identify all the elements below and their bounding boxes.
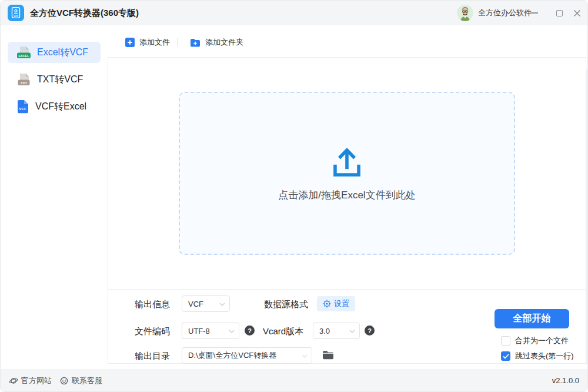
start-all-button[interactable]: 全部开始 bbox=[495, 309, 569, 328]
planet-icon bbox=[9, 376, 18, 386]
output-dir-label: 输出目录 bbox=[135, 351, 170, 362]
sidebar-item-excel-to-vcf[interactable]: EXCEL Excel转VCF bbox=[8, 42, 101, 63]
maximize-icon bbox=[556, 10, 563, 16]
upload-icon bbox=[330, 145, 363, 179]
vcard-version-select[interactable]: 3.0 bbox=[313, 323, 360, 339]
maximize-button[interactable] bbox=[551, 5, 567, 21]
svg-text:VCF: VCF bbox=[19, 107, 26, 111]
folder-icon bbox=[322, 350, 334, 360]
encoding-help-icon[interactable]: ? bbox=[245, 325, 255, 335]
settings-button-label: 设置 bbox=[334, 298, 349, 309]
skip-header-checkbox[interactable]: 跳过表头(第一行) bbox=[501, 351, 574, 361]
drop-zone-hint: 点击添加/拖拽Excel文件到此处 bbox=[278, 188, 415, 202]
close-icon bbox=[573, 9, 581, 17]
minimize-button[interactable] bbox=[526, 5, 542, 21]
official-website-link[interactable]: 官方网站 bbox=[9, 369, 52, 392]
sidebar-item-label: Excel转VCF bbox=[37, 46, 88, 59]
vcard-help-icon[interactable]: ? bbox=[365, 325, 375, 335]
add-file-icon bbox=[125, 38, 135, 47]
toolbar-divider bbox=[177, 38, 178, 46]
excel-file-icon: EXCEL bbox=[16, 46, 31, 59]
add-file-label: 添加文件 bbox=[139, 37, 170, 48]
encoding-label: 文件编码 bbox=[135, 326, 170, 337]
output-info-value: VCF bbox=[188, 300, 203, 308]
sidebar-item-label: TXT转VCF bbox=[37, 74, 83, 86]
user-avatar[interactable] bbox=[457, 5, 473, 21]
svg-text:VCF: VCF bbox=[14, 15, 19, 18]
encoding-value: UTF-8 bbox=[188, 327, 210, 335]
output-info-label: 输出信息 bbox=[135, 299, 170, 310]
sidebar-item-txt-to-vcf[interactable]: TXT TXT转VCF bbox=[8, 69, 101, 90]
account-name: 全方位办公软件 bbox=[478, 1, 532, 25]
chevron-down-icon bbox=[229, 330, 235, 333]
chevron-down-icon bbox=[349, 330, 355, 333]
checkbox-unchecked-icon bbox=[501, 336, 510, 346]
version-text: v2.1.0.0 bbox=[552, 369, 579, 392]
file-drop-zone[interactable]: 点击添加/拖拽Excel文件到此处 bbox=[179, 92, 515, 255]
contact-support-link[interactable]: 联系客服 bbox=[59, 369, 102, 392]
vcard-version-label: Vcard版本 bbox=[263, 326, 303, 337]
sidebar: EXCEL Excel转VCF TXT TXT转VCF VCF VCF转Exce… bbox=[1, 25, 108, 369]
svg-text:EXCEL: EXCEL bbox=[19, 54, 30, 57]
vcf-file-icon: VCF bbox=[16, 99, 29, 114]
vcard-version-value: 3.0 bbox=[319, 327, 330, 335]
sidebar-item-label: VCF转Excel bbox=[35, 101, 86, 113]
contact-support-label: 联系客服 bbox=[72, 376, 102, 386]
add-file-button[interactable]: 添加文件 bbox=[125, 34, 170, 51]
add-folder-icon bbox=[190, 38, 201, 47]
app-window: VCF 全方位VCF转换器(360专版) 全方位办公软件 bbox=[0, 0, 588, 392]
encoding-select[interactable]: UTF-8 bbox=[182, 323, 239, 339]
chevron-down-icon bbox=[219, 303, 225, 306]
footer-bar: 官方网站 联系客服 v2.1.0.0 bbox=[1, 369, 588, 392]
add-folder-label: 添加文件夹 bbox=[205, 37, 243, 48]
txt-file-icon: TXT bbox=[16, 73, 31, 87]
scrollbar-track bbox=[586, 69, 588, 364]
svg-text:TXT: TXT bbox=[21, 81, 27, 84]
settings-divider bbox=[108, 289, 586, 290]
browse-folder-button[interactable] bbox=[322, 350, 334, 360]
app-logo-icon: VCF bbox=[8, 5, 24, 21]
chevron-down-icon bbox=[302, 354, 308, 358]
minimize-icon bbox=[530, 12, 538, 14]
sidebar-item-vcf-to-excel[interactable]: VCF VCF转Excel bbox=[8, 96, 101, 117]
add-folder-button[interactable]: 添加文件夹 bbox=[190, 34, 243, 51]
skip-header-label: 跳过表头(第一行) bbox=[515, 351, 574, 361]
gear-icon bbox=[323, 300, 331, 308]
merge-files-label: 合并为一个文件 bbox=[515, 335, 569, 346]
window-title: 全方位VCF转换器(360专版) bbox=[30, 1, 139, 25]
merge-files-checkbox[interactable]: 合并为一个文件 bbox=[501, 335, 569, 346]
smiley-service-icon bbox=[59, 376, 69, 386]
output-info-select[interactable]: VCF bbox=[182, 295, 230, 312]
title-bar: VCF 全方位VCF转换器(360专版) 全方位办公软件 bbox=[1, 1, 588, 25]
output-dir-value: D:\桌面\全方位VCF转换器 bbox=[188, 350, 276, 361]
datasource-format-label: 数据源格式 bbox=[264, 299, 308, 310]
checkbox-checked-icon bbox=[501, 351, 510, 361]
datasource-settings-button[interactable]: 设置 bbox=[317, 296, 355, 311]
checkmark-icon bbox=[503, 354, 509, 359]
official-website-label: 官方网站 bbox=[21, 376, 52, 386]
output-dir-input[interactable]: D:\桌面\全方位VCF转换器 bbox=[182, 347, 312, 364]
close-button[interactable] bbox=[569, 5, 585, 21]
